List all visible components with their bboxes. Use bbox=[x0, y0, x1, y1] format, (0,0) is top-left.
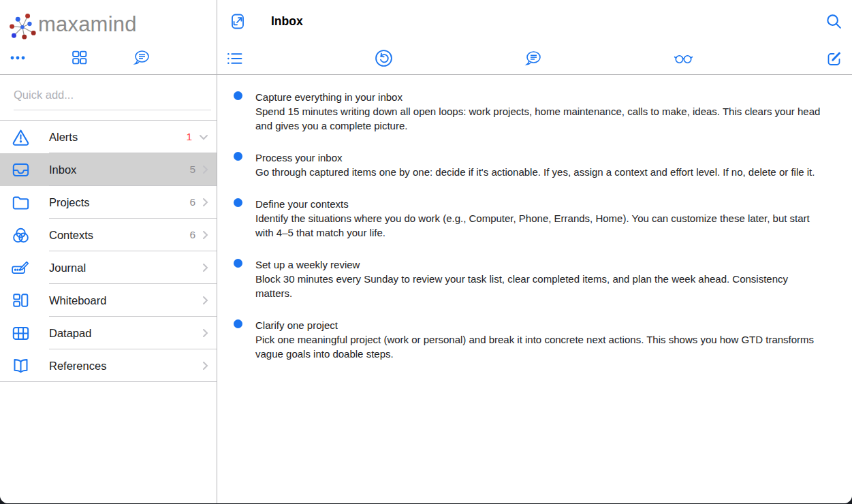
sidebar-item-contexts[interactable]: Contexts 6 bbox=[0, 219, 217, 251]
quick-add-input[interactable] bbox=[14, 84, 211, 110]
task-title: Clarify one project bbox=[255, 318, 821, 332]
sidebar-toolbar bbox=[0, 41, 217, 75]
task-content: Process your inbox Go through captured i… bbox=[255, 151, 815, 179]
task-status-dot[interactable] bbox=[234, 259, 242, 268]
sidebar-item-label: References bbox=[49, 360, 195, 373]
task-status-dot[interactable] bbox=[234, 91, 242, 100]
undo-icon bbox=[375, 49, 393, 67]
sidebar-item-label: Inbox bbox=[49, 163, 189, 176]
chat-bubble-icon bbox=[133, 49, 151, 66]
layout-blocks-icon bbox=[10, 292, 31, 309]
sidebar-item-label: Whiteboard bbox=[49, 294, 195, 307]
contexts-count-badge: 6 bbox=[189, 229, 195, 241]
sidebar-item-references[interactable]: References bbox=[0, 349, 217, 382]
sidebar-list: Alerts 1 Inbox 5 bbox=[0, 121, 217, 382]
ellipsis-icon bbox=[10, 50, 26, 66]
task-content: Clarify one project Pick one meaningful … bbox=[255, 318, 821, 361]
review-button[interactable] bbox=[673, 52, 694, 65]
undo-button[interactable] bbox=[375, 49, 393, 67]
chevron-right-icon bbox=[202, 165, 208, 174]
chevron-right-icon bbox=[202, 263, 208, 272]
sidebar-item-alerts[interactable]: Alerts 1 bbox=[0, 121, 217, 153]
sidebar-item-journal[interactable]: Journal bbox=[0, 251, 217, 284]
sidebar-item-whiteboard[interactable]: Whiteboard bbox=[0, 284, 217, 317]
logo: maxamind bbox=[0, 0, 217, 41]
task-row[interactable]: Capture everything in your inbox Spend 1… bbox=[234, 90, 821, 133]
projects-count-badge: 6 bbox=[189, 196, 195, 208]
main-toolbar bbox=[217, 42, 852, 75]
task-description: Identify the situations where you do wor… bbox=[255, 211, 821, 240]
maxamind-network-logo-icon bbox=[5, 7, 37, 41]
app-window: maxamind bbox=[0, 0, 852, 503]
list-view-icon bbox=[226, 51, 243, 66]
journal-pencil-icon bbox=[10, 259, 31, 276]
glasses-review-icon bbox=[673, 52, 694, 65]
task-title: Process your inbox bbox=[255, 151, 815, 165]
sidebar-item-label: Datapad bbox=[49, 327, 195, 340]
quick-add-section bbox=[0, 75, 217, 121]
chat-button[interactable] bbox=[133, 49, 151, 66]
main-header: Inbox bbox=[217, 0, 852, 42]
venn-circles-icon bbox=[10, 227, 31, 244]
task-content: Define your contexts Identify the situat… bbox=[255, 197, 821, 240]
inbox-tray-icon bbox=[10, 162, 31, 178]
task-status-dot[interactable] bbox=[234, 152, 242, 161]
alerts-count-badge: 1 bbox=[186, 131, 192, 143]
more-options-button[interactable] bbox=[10, 50, 26, 66]
chevron-right-icon bbox=[202, 198, 208, 207]
task-title: Capture everything in your inbox bbox=[255, 90, 821, 104]
sidebar-item-label: Projects bbox=[49, 196, 189, 209]
task-row[interactable]: Set up a weekly review Block 30 minutes … bbox=[234, 257, 821, 300]
task-title: Set up a weekly review bbox=[255, 257, 821, 272]
task-description: Go through captured items one by one: de… bbox=[255, 165, 815, 179]
task-status-dot[interactable] bbox=[234, 198, 242, 207]
resize-panel-icon bbox=[229, 12, 247, 31]
task-list: Capture everything in your inbox Spend 1… bbox=[217, 75, 852, 503]
list-view-button[interactable] bbox=[226, 51, 243, 66]
task-status-dot[interactable] bbox=[234, 319, 242, 328]
page-title: Inbox bbox=[271, 14, 825, 29]
sidebar-item-inbox[interactable]: Inbox 5 bbox=[0, 153, 217, 186]
chevron-right-icon bbox=[202, 230, 208, 240]
chat-bubble-button[interactable] bbox=[524, 50, 542, 67]
task-description: Spend 15 minutes writing down all open l… bbox=[255, 104, 821, 133]
chevron-right-icon bbox=[202, 328, 208, 338]
logo-text: maxamind bbox=[38, 14, 137, 35]
compose-button[interactable] bbox=[825, 50, 843, 67]
task-title: Define your contexts bbox=[255, 197, 821, 211]
task-description: Block 30 minutes every Sunday to review … bbox=[255, 272, 821, 300]
folder-icon bbox=[10, 195, 31, 210]
task-content: Set up a weekly review Block 30 minutes … bbox=[255, 257, 821, 300]
chevron-right-icon bbox=[202, 296, 208, 305]
task-description: Pick one meaningful project (work or per… bbox=[255, 332, 821, 361]
task-row[interactable]: Clarify one project Pick one meaningful … bbox=[234, 318, 821, 361]
sidebar-item-datapad[interactable]: Datapad bbox=[0, 317, 217, 349]
inbox-count-badge: 5 bbox=[189, 163, 195, 176]
sidebar-item-label: Contexts bbox=[49, 229, 189, 242]
grid-icon bbox=[71, 49, 88, 66]
compose-icon bbox=[825, 50, 843, 67]
search-button[interactable] bbox=[825, 13, 842, 30]
task-content: Capture everything in your inbox Spend 1… bbox=[255, 90, 821, 133]
main-panel: Inbox bbox=[217, 0, 852, 503]
open-book-icon bbox=[10, 358, 31, 374]
chat-bubble-icon bbox=[524, 50, 542, 67]
chevron-right-icon bbox=[202, 361, 208, 371]
table-grid-icon bbox=[10, 326, 31, 341]
sidebar-item-label: Journal bbox=[49, 262, 195, 274]
sidebar-item-label: Alerts bbox=[49, 131, 186, 144]
chevron-down-icon bbox=[199, 134, 208, 140]
alert-triangle-icon bbox=[10, 129, 31, 146]
boards-button[interactable] bbox=[71, 49, 88, 66]
task-row[interactable]: Process your inbox Go through captured i… bbox=[234, 151, 821, 179]
sidebar: maxamind bbox=[0, 0, 217, 503]
resize-panel-button[interactable] bbox=[229, 12, 247, 31]
sidebar-item-projects[interactable]: Projects 6 bbox=[0, 186, 217, 219]
task-row[interactable]: Define your contexts Identify the situat… bbox=[234, 197, 821, 240]
search-icon bbox=[825, 13, 842, 30]
